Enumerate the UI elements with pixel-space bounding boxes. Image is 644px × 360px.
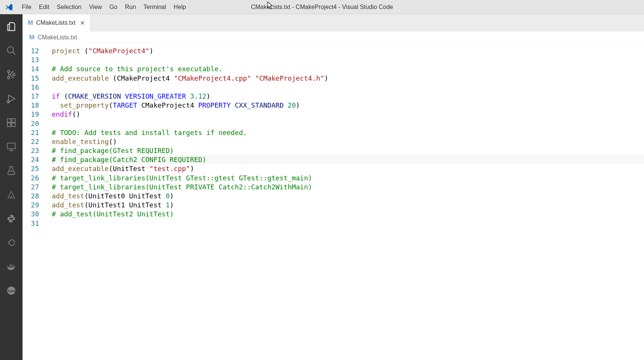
svg-text:Json: Json — [7, 289, 15, 293]
menu-item-edit[interactable]: Edit — [35, 0, 53, 14]
svg-point-0 — [8, 47, 14, 53]
menu-item-help[interactable]: Help — [170, 0, 190, 14]
line-number: 30 — [23, 210, 39, 219]
tab-bar: M CMakeLists.txt ✕ — [23, 14, 644, 32]
code-editor[interactable]: 1112131415161718192021222324252627282930… — [23, 44, 644, 360]
line-number: 31 — [23, 219, 39, 228]
testing-icon[interactable] — [2, 163, 20, 178]
line-number: 27 — [23, 183, 39, 192]
code-line[interactable] — [52, 56, 644, 64]
code-line[interactable]: add_test(UnitTest1 UnitTest 1) — [52, 201, 644, 210]
search-icon[interactable] — [2, 43, 20, 58]
line-number: 14 — [23, 64, 39, 74]
line-number: 20 — [23, 119, 39, 128]
explorer-icon[interactable] — [2, 19, 20, 34]
code-line[interactable]: set_property(TARGET CMakeProject4 PROPER… — [52, 101, 644, 110]
window-title: CMakeLists.txt - CMakeProject4 - Visual … — [251, 4, 393, 10]
menu-item-go[interactable]: Go — [106, 0, 121, 14]
line-number: 18 — [23, 101, 39, 110]
code-line[interactable]: # target_link_libraries(UnitTest PRIVATE… — [52, 183, 644, 192]
breadcrumb[interactable]: M CMakeLists.txt — [23, 32, 644, 44]
code-line[interactable]: # Add source to this project's executabl… — [52, 64, 644, 74]
menu-item-selection[interactable]: Selection — [53, 0, 85, 14]
code-line[interactable]: enable_testing() — [52, 137, 644, 146]
code-line[interactable]: # find_package(GTest REQUIRED) — [52, 146, 644, 155]
tab-label: CMakeLists.txt — [36, 20, 75, 26]
cmake-file-icon: M — [29, 34, 35, 41]
line-number: 24 — [23, 155, 39, 164]
svg-point-3 — [13, 74, 15, 76]
python-icon[interactable] — [2, 211, 20, 226]
code-line[interactable] — [52, 219, 644, 228]
source-control-icon[interactable] — [2, 67, 20, 82]
line-number: 19 — [23, 110, 39, 119]
docker-icon[interactable] — [2, 259, 20, 274]
remote-explorer-icon[interactable] — [2, 139, 20, 154]
svg-point-1 — [8, 70, 10, 73]
line-number: 21 — [23, 128, 39, 137]
line-number: 26 — [23, 174, 39, 183]
svg-rect-5 — [8, 119, 11, 122]
code-line[interactable]: # add_test(UnitTest2 UnitTest) — [52, 210, 644, 219]
live-share-icon[interactable] — [2, 235, 20, 250]
close-icon[interactable]: ✕ — [80, 20, 85, 27]
code-line[interactable]: if (CMAKE_VERSION VERSION_GREATER 3.12) — [52, 92, 644, 101]
code-line[interactable]: add_executable (CMakeProject4 "CMakeProj… — [52, 74, 644, 83]
svg-rect-6 — [8, 123, 11, 126]
menu-item-view[interactable]: View — [85, 0, 105, 14]
line-number: 17 — [23, 92, 39, 101]
editor-area: M CMakeLists.txt ✕ M CMakeLists.txt 1112… — [23, 14, 644, 360]
azure-icon[interactable] — [2, 187, 20, 202]
line-number: 15 — [23, 74, 39, 83]
code-line[interactable]: # TODO: Add tests and install targets if… — [52, 128, 644, 137]
cmake-file-icon: M — [28, 19, 33, 27]
json-icon[interactable]: Json — [2, 283, 20, 298]
code-line[interactable]: # find_package(Catch2 CONFIG REQUIRED) — [52, 155, 644, 164]
code-line[interactable]: project ("CMakeProject4") — [52, 46, 644, 56]
menu-item-terminal[interactable]: Terminal — [140, 0, 170, 14]
svg-rect-8 — [12, 119, 15, 122]
menu-bar: FileEditSelectionViewGoRunTerminalHelp — [18, 0, 190, 14]
code-line[interactable]: add_executable(UnitTest "test.cpp") — [52, 164, 644, 173]
breadcrumb-label: CMakeLists.txt — [38, 34, 77, 41]
title-bar: FileEditSelectionViewGoRunTerminalHelp C… — [0, 0, 644, 14]
line-number: 23 — [23, 146, 39, 155]
code-content[interactable]: project ("CMakeProject4")# Add source to… — [49, 44, 644, 360]
tab-cmakelists[interactable]: M CMakeLists.txt ✕ — [23, 14, 90, 32]
code-line[interactable] — [52, 83, 644, 92]
extensions-icon[interactable] — [2, 115, 20, 130]
line-number: 25 — [23, 164, 39, 173]
run-debug-icon[interactable] — [2, 91, 20, 106]
menu-item-file[interactable]: File — [18, 0, 35, 14]
line-number: 22 — [23, 137, 39, 146]
line-number-gutter: 1112131415161718192021222324252627282930… — [23, 44, 49, 360]
svg-rect-9 — [8, 143, 15, 149]
code-line[interactable]: add_test(UnitTest0 UnitTest 0) — [52, 192, 644, 201]
vscode-logo-icon — [0, 0, 18, 14]
line-number: 29 — [23, 201, 39, 210]
line-number: 28 — [23, 192, 39, 201]
svg-point-2 — [8, 76, 10, 79]
code-line[interactable]: # target_link_libraries(UnitTest GTest::… — [52, 174, 644, 183]
menu-item-run[interactable]: Run — [121, 0, 140, 14]
code-line[interactable]: endif() — [52, 110, 644, 119]
line-number: 16 — [23, 83, 39, 92]
activity-bar: Json — [0, 14, 23, 360]
code-line[interactable] — [52, 119, 644, 128]
line-number: 13 — [23, 56, 39, 64]
line-number: 12 — [23, 46, 39, 56]
svg-rect-7 — [12, 123, 15, 126]
